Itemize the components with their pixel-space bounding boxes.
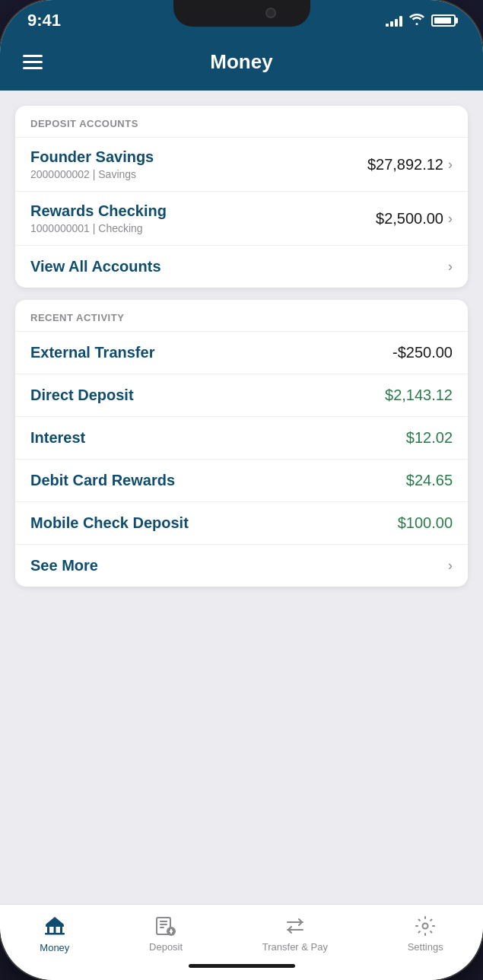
- account-item-rewards[interactable]: Rewards Checking 1000000001 | Checking $…: [15, 191, 468, 245]
- chevron-right-icon-2: ›: [448, 211, 453, 227]
- transfer-icon: [284, 915, 307, 937]
- svg-rect-8: [160, 924, 167, 925]
- nav-item-settings[interactable]: Settings: [392, 915, 459, 953]
- svg-rect-9: [160, 927, 164, 928]
- activity-name-direct-deposit: Direct Deposit: [30, 387, 134, 404]
- account-item-founder[interactable]: Founder Savings 2000000002 | Savings $27…: [15, 137, 468, 191]
- main-content: DEPOSIT ACCOUNTS Founder Savings 2000000…: [0, 91, 483, 904]
- deposit-icon: [154, 915, 177, 937]
- deposit-accounts-card: DEPOSIT ACCOUNTS Founder Savings 2000000…: [15, 106, 468, 288]
- svg-point-13: [423, 924, 428, 929]
- nav-item-money[interactable]: Money: [24, 914, 84, 953]
- activity-amount-interest: $12.02: [406, 429, 453, 447]
- account-number-rewards: 1000000001 | Checking: [30, 222, 167, 234]
- signal-icon: [386, 14, 402, 27]
- nav-label-settings: Settings: [408, 941, 443, 953]
- account-number-founder: 2000000002 | Savings: [30, 168, 154, 180]
- svg-rect-3: [60, 927, 62, 933]
- svg-rect-0: [46, 924, 64, 927]
- app-header: Money: [0, 37, 483, 91]
- notch: [173, 0, 310, 27]
- activity-name-debit-rewards: Debit Card Rewards: [30, 472, 175, 489]
- svg-rect-1: [47, 927, 49, 933]
- deposit-accounts-label: DEPOSIT ACCOUNTS: [15, 106, 468, 137]
- svg-rect-4: [45, 933, 65, 935]
- chevron-right-icon-3: ›: [448, 259, 453, 275]
- account-name-founder: Founder Savings: [30, 148, 154, 166]
- wifi-icon: [408, 13, 425, 29]
- home-indicator: [0, 959, 483, 980]
- phone-frame: 9:41: [0, 0, 483, 980]
- nav-item-deposit[interactable]: Deposit: [134, 915, 198, 953]
- activity-item-mobile-check[interactable]: Mobile Check Deposit $100.00: [15, 501, 468, 544]
- chevron-right-icon: ›: [448, 157, 453, 173]
- svg-rect-7: [160, 921, 167, 922]
- nav-label-money: Money: [40, 942, 69, 953]
- battery-icon: [431, 14, 456, 27]
- view-all-accounts-button[interactable]: View All Accounts ›: [15, 245, 468, 288]
- svg-rect-2: [53, 927, 56, 933]
- money-icon: [43, 914, 67, 938]
- view-all-label: View All Accounts: [30, 258, 161, 275]
- camera: [265, 8, 276, 18]
- nav-label-deposit: Deposit: [149, 941, 183, 953]
- svg-marker-5: [46, 917, 64, 924]
- activity-amount-external-transfer: -$250.00: [392, 344, 453, 361]
- status-time: 9:41: [27, 11, 61, 30]
- activity-name-external-transfer: External Transfer: [30, 344, 154, 361]
- activity-amount-direct-deposit: $2,143.12: [385, 387, 453, 404]
- activity-item-external-transfer[interactable]: External Transfer -$250.00: [15, 331, 468, 374]
- activity-name-interest: Interest: [30, 429, 85, 447]
- activity-item-interest[interactable]: Interest $12.02: [15, 416, 468, 459]
- activity-item-direct-deposit[interactable]: Direct Deposit $2,143.12: [15, 374, 468, 416]
- nav-item-transfer[interactable]: Transfer & Pay: [247, 915, 343, 953]
- recent-activity-card: RECENT ACTIVITY External Transfer -$250.…: [15, 300, 468, 587]
- activity-amount-mobile-check: $100.00: [398, 514, 453, 532]
- activity-amount-debit-rewards: $24.65: [406, 472, 453, 489]
- svg-rect-12: [170, 929, 172, 934]
- phone-screen: 9:41: [0, 0, 483, 980]
- menu-button[interactable]: [23, 55, 43, 69]
- account-name-rewards: Rewards Checking: [30, 202, 167, 220]
- settings-icon: [414, 915, 437, 937]
- header-title: Money: [210, 50, 272, 74]
- account-balance-founder: $27,892.12: [367, 156, 443, 173]
- recent-activity-label: RECENT ACTIVITY: [15, 300, 468, 331]
- chevron-right-icon-4: ›: [448, 558, 453, 574]
- see-more-button[interactable]: See More ›: [15, 544, 468, 587]
- account-balance-rewards: $2,500.00: [376, 210, 443, 228]
- status-icons: [386, 13, 456, 29]
- activity-name-mobile-check: Mobile Check Deposit: [30, 514, 189, 532]
- see-more-label: See More: [30, 557, 98, 574]
- nav-label-transfer: Transfer & Pay: [262, 941, 328, 953]
- activity-item-debit-rewards[interactable]: Debit Card Rewards $24.65: [15, 459, 468, 501]
- bottom-navigation: Money Deposit Trans: [0, 904, 483, 959]
